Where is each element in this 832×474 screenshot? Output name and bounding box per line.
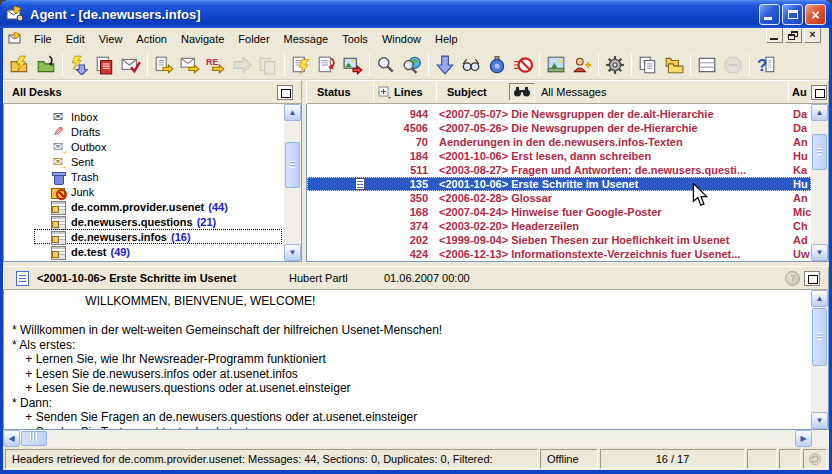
folder-tree-item[interactable]: Outbox xyxy=(4,139,284,154)
menu-item[interactable]: File xyxy=(27,30,59,48)
folder-tree-item[interactable]: Sent xyxy=(4,154,284,169)
scroll-down-icon[interactable]: ▼ xyxy=(284,244,301,261)
menu-item[interactable]: Tools xyxy=(335,30,375,48)
watch-thread-icon[interactable] xyxy=(458,52,484,78)
get-new-headers-icon[interactable] xyxy=(7,52,33,78)
unread-count: (44) xyxy=(208,201,228,213)
status-cell-empty xyxy=(747,449,777,469)
message-body-text: WILLKOMMEN, BIENVENUE, WELCOME! * Willko… xyxy=(12,294,808,430)
maximize-button[interactable] xyxy=(782,4,803,25)
message-row[interactable]: 202 <1999-09-04> Sieben Thesen zur Hoefl… xyxy=(307,233,811,247)
folder-name: de.comm.provider.usenet xyxy=(71,201,204,213)
folder-tree-item[interactable]: de.newusers.questions (21) xyxy=(4,214,284,229)
folder-tree-item[interactable]: Drafts xyxy=(4,124,284,139)
get-marked-headers-icon[interactable] xyxy=(66,52,92,78)
message-row[interactable]: 70 Aenderungen in den de.newusers.infos-… xyxy=(307,135,811,149)
message-row[interactable]: 511 <2003-08-27> Fragen und Antworten: d… xyxy=(307,163,811,177)
folder-tree-item[interactable]: de.comm.provider.usenet (44) xyxy=(4,199,284,214)
scroll-thumb[interactable] xyxy=(812,308,827,366)
menu-item[interactable]: Window xyxy=(375,30,428,48)
folders-icon[interactable] xyxy=(661,52,687,78)
lines-cell: 202 xyxy=(373,234,435,246)
menu-item[interactable]: Navigate xyxy=(174,30,231,48)
preview-scrollbar[interactable]: ▲ ▼ xyxy=(811,290,828,429)
folder-tree-item[interactable]: Junk xyxy=(4,184,284,199)
view-image-icon[interactable] xyxy=(543,52,569,78)
help-icon[interactable]: ? xyxy=(753,52,779,78)
message-doc-icon xyxy=(16,271,29,286)
message-list-scrollbar[interactable]: ▲ ▼ xyxy=(811,104,828,261)
message-row[interactable]: 135 <2001-10-06> Erste Schritte im Usene… xyxy=(307,177,811,191)
find-icon[interactable] xyxy=(373,52,399,78)
scroll-up-icon[interactable]: ▲ xyxy=(811,104,828,121)
browse-folder-icon[interactable] xyxy=(33,52,59,78)
add-contact-icon[interactable] xyxy=(569,52,595,78)
message-row[interactable]: 374 <2003-02-20> Headerzeilen Ch xyxy=(307,219,811,233)
menu-item[interactable]: Help xyxy=(428,30,465,48)
launch-attachment-icon[interactable] xyxy=(340,52,366,78)
message-row[interactable]: 4506 <2007-05-26> Die Newsgruppen der de… xyxy=(307,121,811,135)
new-usenet-message-icon[interactable] xyxy=(151,52,177,78)
menu-item[interactable]: Edit xyxy=(59,30,92,48)
column-header-status[interactable]: Status xyxy=(307,81,373,103)
scroll-thumb[interactable] xyxy=(812,134,827,170)
ignore-thread-icon[interactable] xyxy=(484,52,510,78)
folder-tree-item[interactable]: de.newusers.infos (16) xyxy=(4,229,284,244)
message-row[interactable]: 944 <2007-05-07> Die Newsgruppen der de.… xyxy=(307,107,811,121)
filter-binoculars-icon[interactable] xyxy=(509,83,535,101)
followup-icon[interactable] xyxy=(229,52,255,78)
menu-item[interactable]: Action xyxy=(129,30,174,48)
scroll-down-icon[interactable]: ▼ xyxy=(811,412,828,429)
window-layout-icon[interactable] xyxy=(694,52,720,78)
scroll-up-icon[interactable]: ▲ xyxy=(811,290,828,307)
maximize-pane-icon[interactable] xyxy=(811,85,827,100)
menu-item[interactable]: Message xyxy=(277,30,336,48)
svg-text:RE: RE xyxy=(206,57,218,67)
folder-tree-item[interactable]: Trash xyxy=(4,169,284,184)
get-body-icon[interactable] xyxy=(288,52,314,78)
unread-count: (49) xyxy=(110,246,130,258)
message-info-icon[interactable] xyxy=(785,271,800,286)
message-row[interactable]: 350 <2006-02-28> Glossar An xyxy=(307,191,811,205)
mdi-close-button[interactable]: × xyxy=(804,28,821,43)
minimize-button[interactable] xyxy=(759,4,780,25)
get-marked-bodies-icon[interactable] xyxy=(92,52,118,78)
mdi-minimize-button[interactable] xyxy=(766,28,783,43)
scroll-left-icon[interactable]: ◀ xyxy=(3,430,20,447)
preview-horizontal-scrollbar[interactable]: ◀ ▶ xyxy=(3,430,829,447)
column-header-author[interactable]: Au xyxy=(789,81,811,103)
menu-item[interactable]: Folder xyxy=(231,30,276,48)
scroll-up-icon[interactable]: ▲ xyxy=(284,104,301,121)
forward-icon[interactable] xyxy=(255,52,281,78)
save-message-icon[interactable] xyxy=(314,52,340,78)
subject-cell: <2007-05-26> Die Newsgruppen der de-Hier… xyxy=(435,122,791,134)
menu-item[interactable]: View xyxy=(92,30,130,48)
copy-icon[interactable] xyxy=(635,52,661,78)
filter-selected-value[interactable]: All Messages xyxy=(541,86,606,98)
mdi-restore-button[interactable] xyxy=(785,28,802,43)
scroll-right-icon[interactable]: ▶ xyxy=(795,430,812,447)
online-search-icon[interactable] xyxy=(399,52,425,78)
new-email-icon[interactable] xyxy=(177,52,203,78)
stop-icon[interactable] xyxy=(720,52,746,78)
subject-cell: <2003-08-27> Fragen und Antworten: de.ne… xyxy=(435,164,791,176)
reply-icon[interactable]: RE xyxy=(203,52,229,78)
maximize-pane-icon[interactable] xyxy=(277,85,293,100)
settings-gear-icon[interactable] xyxy=(602,52,628,78)
maximize-pane-icon[interactable] xyxy=(804,271,820,286)
message-row[interactable]: 424 <2006-12-13> Informationstexte-Verze… xyxy=(307,247,811,261)
folder-tree-item[interactable]: de.test (49) xyxy=(4,244,284,259)
scroll-down-icon[interactable]: ▼ xyxy=(811,244,828,261)
folders-scrollbar[interactable]: ▲ ▼ xyxy=(284,104,301,261)
column-header-subject[interactable]: Subject xyxy=(437,81,493,103)
scroll-thumb[interactable] xyxy=(285,142,300,188)
check-mail-icon[interactable] xyxy=(118,52,144,78)
scroll-thumb[interactable] xyxy=(21,431,47,446)
next-unread-icon[interactable] xyxy=(432,52,458,78)
message-row[interactable]: 168 <2007-04-24> Hinweise fuer Google-Po… xyxy=(307,205,811,219)
column-header-lines[interactable]: Lines xyxy=(374,81,436,103)
folder-tree-item[interactable]: Inbox xyxy=(4,109,284,124)
kill-filter-icon[interactable] xyxy=(510,52,536,78)
message-row[interactable]: 184 <2001-10-06> Erst lesen, dann schrei… xyxy=(307,149,811,163)
close-button[interactable]: × xyxy=(805,4,826,25)
